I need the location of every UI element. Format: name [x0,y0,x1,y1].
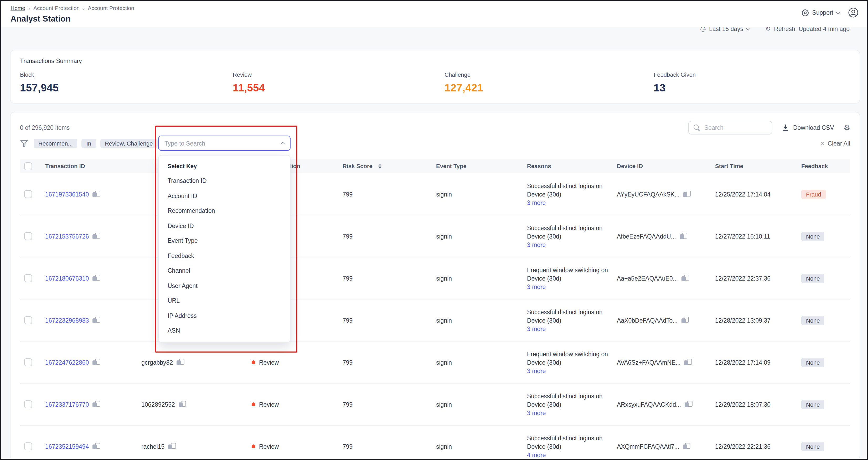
breadcrumb-separator: › [83,5,85,11]
dropdown-option[interactable]: User Agent [159,278,290,293]
risk-score: 799 [343,359,436,365]
clear-all-button[interactable]: × Clear All [820,140,850,147]
filter-row: Recommen...InReview, Challenge × Clear A… [20,135,850,151]
column-header-feedback[interactable]: Feedback [801,163,850,169]
settings-gear-icon[interactable]: ⚙ [843,124,850,131]
dropdown-option[interactable]: Device ID [159,218,290,233]
metric-label-link[interactable]: Review [233,71,252,78]
column-header-event-type[interactable]: Event Type [436,163,527,169]
breadcrumb: Home›Account Protection›Account Protecti… [10,5,134,11]
transaction-id-link[interactable]: 1672153756726 [45,233,89,239]
copy-icon[interactable] [92,443,100,450]
more-reasons-link[interactable]: 3 more [527,326,546,332]
account-id: rachel15 [141,443,164,450]
more-reasons-link[interactable]: 3 more [527,200,546,206]
column-header-transaction-id[interactable]: Transaction ID [45,163,141,169]
sort-icon[interactable] [378,163,381,168]
more-reasons-link[interactable]: 3 more [527,284,546,290]
dropdown-option[interactable]: Recommendation [159,203,290,218]
top-bar-right: Support [801,7,859,18]
row-checkbox[interactable] [24,442,32,450]
copy-icon[interactable] [92,359,100,366]
column-header-start-time[interactable]: Start Time [715,163,801,169]
dropdown-option[interactable]: ASN [159,323,290,338]
transaction-id-link[interactable]: 1672232968983 [45,317,89,324]
transaction-id-link[interactable]: 1672180676310 [45,275,89,281]
more-reasons-link[interactable]: 4 more [527,452,546,458]
device-id: AaX0bDeFAQAAdTo... [617,317,678,324]
filter-chip[interactable]: Review, Challenge [100,139,157,148]
table-toolbar: 0 of 296,920 items Download CSV ⚙ [20,113,850,134]
download-icon [782,124,789,131]
transaction-id-link[interactable]: 1672247622860 [45,359,89,365]
copy-icon[interactable] [92,275,100,282]
support-icon [801,9,809,17]
breadcrumb-item[interactable]: Account Protection [33,5,80,11]
filter-chip[interactable]: Recommen... [34,139,78,148]
search-input[interactable] [688,121,773,134]
filter-chip[interactable]: In [82,139,96,148]
row-checkbox[interactable] [24,358,32,366]
transaction-id-link[interactable]: 1671973361540 [45,191,89,197]
copy-icon[interactable] [685,401,692,408]
summary-metrics: Block 157,945 Review 11,554 Challenge 12… [20,69,850,94]
copy-icon[interactable] [684,359,692,366]
column-header-reasons[interactable]: Reasons [527,163,617,169]
copy-icon[interactable] [92,316,100,324]
feedback-badge: None [801,441,825,451]
search-field[interactable] [704,125,767,131]
metric-label-link[interactable]: Challenge [444,71,470,78]
column-header-device-id[interactable]: Device ID [617,163,715,169]
device-id: AfbeEzeFAQAAddU... [617,233,676,239]
metric-value: 127,421 [444,82,654,94]
metric-label-link[interactable]: Block [20,71,34,78]
reason-text: Successful distinct logins on Device (30… [527,393,610,409]
select-all-checkbox[interactable] [24,162,32,170]
copy-icon[interactable] [177,359,184,366]
row-checkbox[interactable] [24,232,32,240]
filter-chips: Recommen...InReview, Challenge [34,139,157,148]
copy-icon[interactable] [681,316,688,324]
dropdown-option[interactable]: URL [159,293,290,308]
breadcrumb-item[interactable]: Home [10,5,25,11]
row-checkbox[interactable] [24,190,32,198]
row-checkbox[interactable] [24,274,32,282]
copy-icon[interactable] [681,275,689,282]
copy-icon[interactable] [179,401,186,408]
column-header-risk-score[interactable]: Risk Score [343,163,436,169]
dropdown-option[interactable]: Account ID [159,188,290,203]
filter-key-select[interactable]: Type to Search [158,135,290,151]
copy-icon[interactable] [683,443,690,450]
review-dot-icon [252,361,255,364]
close-icon: × [820,140,825,147]
metric-label-link[interactable]: Feedback Given [654,71,696,78]
breadcrumb-item[interactable]: Account Protection [88,5,134,11]
summary-metric: Block 157,945 [20,69,233,94]
event-type: signin [436,317,527,324]
more-reasons-link[interactable]: 3 more [527,410,546,416]
transaction-id-link[interactable]: 1672337176770 [45,401,89,407]
copy-icon[interactable] [92,401,100,408]
copy-icon[interactable] [680,233,687,240]
top-bar: Home›Account Protection›Account Protecti… [1,1,867,27]
more-reasons-link[interactable]: 3 more [527,368,546,374]
dropdown-option[interactable]: IP Address [159,308,290,323]
support-menu[interactable]: Support [801,9,840,17]
copy-icon[interactable] [92,190,100,198]
dropdown-option[interactable]: Transaction ID [159,174,290,188]
row-checkbox[interactable] [24,400,32,408]
download-csv-button[interactable]: Download CSV [782,124,834,131]
copy-icon[interactable] [683,190,691,198]
row-checkbox[interactable] [24,316,32,324]
copy-icon[interactable] [168,443,176,450]
dropdown-option[interactable]: Event Type [159,233,290,248]
dropdown-option[interactable]: Feedback [159,248,290,263]
feedback-badge: None [801,358,825,367]
user-avatar[interactable] [848,7,859,18]
transaction-id-link[interactable]: 1672352159494 [45,443,89,450]
column-header-label: Risk Score [343,163,373,169]
copy-icon[interactable] [92,233,100,240]
summary-metric: Feedback Given 13 [654,69,850,94]
more-reasons-link[interactable]: 3 more [527,242,546,248]
dropdown-option[interactable]: Channel [159,263,290,278]
